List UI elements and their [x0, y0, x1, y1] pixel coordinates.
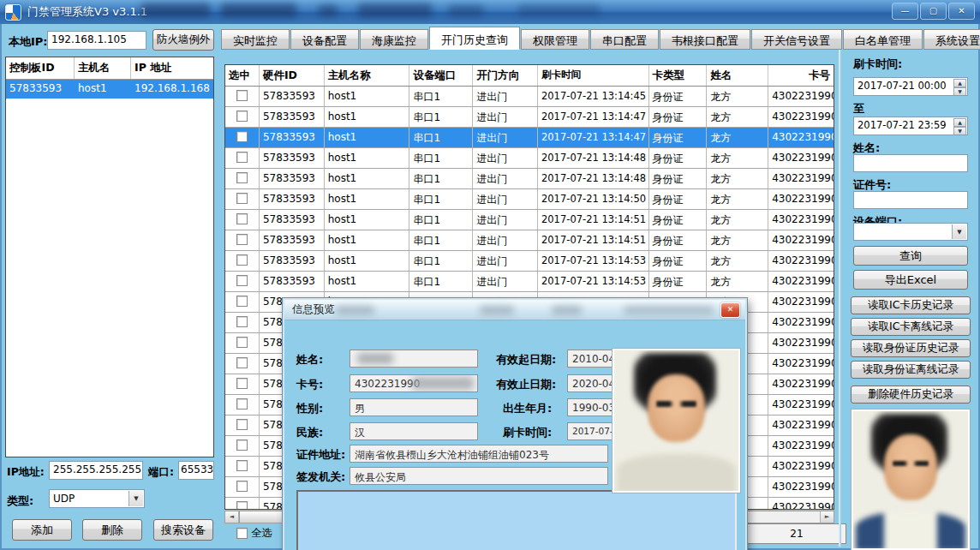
- column-header[interactable]: 卡号: [768, 65, 834, 86]
- cell: 2017-07-21 13:14:50: [538, 189, 649, 209]
- tab-10[interactable]: 系统设置: [923, 29, 980, 50]
- table-row[interactable]: 57833593host1串口1进出门2017-07-21 13:14:53身份…: [225, 251, 834, 272]
- cell: 4302231990: [768, 292, 834, 312]
- action-button-1[interactable]: 读取IC卡历史记录: [851, 296, 971, 314]
- chevron-down-icon[interactable]: ▼: [952, 224, 966, 239]
- row-checkbox[interactable]: [236, 254, 248, 266]
- name-filter-input[interactable]: [853, 154, 968, 172]
- name-field: [350, 350, 478, 368]
- device-column-header[interactable]: IP 地址: [131, 57, 212, 79]
- cell: 4302231990: [768, 395, 834, 415]
- table-row[interactable]: 57833593host1串口1进出门2017-07-21 13:14:53身份…: [225, 272, 834, 292]
- row-checkbox[interactable]: [236, 460, 248, 471]
- tab-9[interactable]: 白名单管理: [843, 29, 923, 50]
- delete-button[interactable]: 删除: [82, 519, 142, 541]
- scroll-left-icon[interactable]: ◄: [225, 511, 239, 523]
- row-checkbox[interactable]: [236, 439, 248, 451]
- cell: 进出门: [473, 169, 538, 188]
- cell: 串口1: [409, 189, 473, 209]
- row-checkbox[interactable]: [236, 357, 248, 368]
- device-column-header[interactable]: 主机名: [75, 57, 131, 79]
- row-checkbox[interactable]: [236, 501, 248, 510]
- cell: 57833593: [260, 148, 325, 168]
- type-combobox[interactable]: UDP ▼: [49, 489, 145, 508]
- close-button[interactable]: ✕: [948, 3, 975, 20]
- table-row[interactable]: 57833593host1串口1进出门2017-07-21 13:14:45身份…: [225, 87, 834, 107]
- id-number-input[interactable]: [853, 191, 968, 209]
- row-checkbox[interactable]: [236, 481, 248, 492]
- row-checkbox[interactable]: [236, 378, 248, 389]
- row-checkbox[interactable]: [236, 337, 248, 348]
- table-row[interactable]: 57833593host1串口1进出门2017-07-21 13:14:51身份…: [225, 210, 834, 230]
- scroll-right-icon[interactable]: ►: [820, 511, 834, 523]
- device-column-header[interactable]: 控制板ID: [6, 57, 75, 79]
- column-header[interactable]: 选中: [225, 65, 260, 86]
- title-bar[interactable]: 门禁管理系统V3 v3.1.1 — ▢ ✕: [0, 0, 980, 24]
- action-button-3[interactable]: 读取身份证历史记录: [851, 339, 971, 357]
- row-checkbox[interactable]: [236, 152, 248, 163]
- time-to-input[interactable]: 2017-07-21 23:59 ▲▼: [853, 117, 968, 135]
- row-checkbox[interactable]: [236, 90, 248, 101]
- dialog-record-list[interactable]: [296, 490, 737, 550]
- column-header[interactable]: 卡类型: [649, 65, 708, 86]
- time-from-input[interactable]: 2017-07-21 00:00 ▲▼: [853, 77, 968, 96]
- row-checkbox[interactable]: [236, 296, 248, 307]
- column-header[interactable]: 设备端口: [409, 65, 473, 86]
- table-row[interactable]: 57833593host1串口1进出门2017-07-21 13:14:47身份…: [225, 128, 834, 148]
- export-excel-button[interactable]: 导出Excel: [853, 270, 968, 290]
- column-header[interactable]: 姓名: [707, 65, 768, 86]
- select-all-checkbox[interactable]: [236, 528, 248, 539]
- tab-7[interactable]: 韦根接口配置: [660, 29, 750, 50]
- row-checkbox[interactable]: [236, 213, 248, 224]
- row-checkbox[interactable]: [236, 398, 248, 410]
- tab-1[interactable]: 实时监控: [221, 29, 290, 50]
- tab-5[interactable]: 权限管理: [521, 29, 589, 50]
- spinner-up-down-icon[interactable]: ▲▼: [953, 118, 966, 134]
- action-button-5[interactable]: 删除硬件历史记录: [851, 386, 971, 404]
- add-button[interactable]: 添加: [12, 519, 72, 541]
- row-checkbox[interactable]: [236, 419, 248, 430]
- photo-eyes: [893, 461, 929, 466]
- chevron-down-icon[interactable]: ▼: [128, 491, 143, 506]
- dialog-title-bar[interactable]: 信息预览 ✕: [284, 300, 745, 320]
- ip-address-input[interactable]: 255.255.255.255: [49, 461, 143, 480]
- row-checkbox[interactable]: [236, 316, 248, 327]
- row-checkbox[interactable]: [236, 111, 248, 122]
- cell: 2017-07-21 13:14:51: [538, 230, 649, 250]
- row-checkbox[interactable]: [236, 131, 248, 142]
- checkbox-cell: [225, 292, 260, 312]
- table-row[interactable]: 57833593host1串口1进出门2017-07-21 13:14:50身份…: [225, 189, 834, 210]
- query-button[interactable]: 查询: [853, 246, 968, 266]
- action-button-4[interactable]: 读取身份证离线记录: [851, 361, 971, 379]
- row-checkbox[interactable]: [236, 275, 248, 286]
- censor-blur: [480, 306, 514, 314]
- tab-3[interactable]: 海康监控: [360, 29, 428, 50]
- spinner-up-down-icon[interactable]: ▲▼: [953, 79, 966, 94]
- device-port-combobox[interactable]: ▼: [853, 223, 968, 241]
- dialog-close-button[interactable]: ✕: [720, 302, 740, 318]
- table-row[interactable]: 57833593host1串口1进出门2017-07-21 13:14:48身份…: [225, 169, 834, 189]
- row-checkbox[interactable]: [236, 172, 248, 183]
- action-button-2[interactable]: 读取IC卡离线记录: [851, 318, 971, 336]
- local-ip-input[interactable]: 192.168.1.105: [47, 31, 146, 50]
- row-checkbox[interactable]: [236, 234, 248, 245]
- row-checkbox[interactable]: [236, 193, 248, 204]
- port-input[interactable]: 65533: [178, 461, 214, 480]
- device-row[interactable]: 57833593host1192.168.1.168: [6, 80, 213, 99]
- tab-2[interactable]: 设备配置: [290, 29, 359, 50]
- column-header[interactable]: 开门方向: [473, 65, 538, 86]
- maximize-button[interactable]: ▢: [920, 3, 947, 20]
- search-device-button[interactable]: 搜索设备: [153, 519, 213, 541]
- minimize-button[interactable]: —: [892, 3, 918, 20]
- firewall-exception-button[interactable]: 防火墙例外: [152, 29, 214, 51]
- tab-8[interactable]: 开关信号设置: [751, 29, 842, 50]
- table-row[interactable]: 57833593host1串口1进出门2017-07-21 13:14:47身份…: [225, 107, 834, 128]
- column-header[interactable]: 硬件ID: [260, 65, 325, 86]
- table-row[interactable]: 57833593host1串口1进出门2017-07-21 13:14:51身份…: [225, 230, 834, 251]
- column-header[interactable]: 刷卡时间: [538, 65, 649, 86]
- tab-4[interactable]: 开门历史查询: [429, 27, 520, 50]
- column-header[interactable]: 主机名称: [325, 65, 410, 86]
- tab-6[interactable]: 串口配置: [590, 29, 659, 50]
- table-row[interactable]: 57833593host1串口1进出门2017-07-21 13:14:48身份…: [225, 148, 834, 169]
- select-all-control[interactable]: 全选: [236, 526, 272, 541]
